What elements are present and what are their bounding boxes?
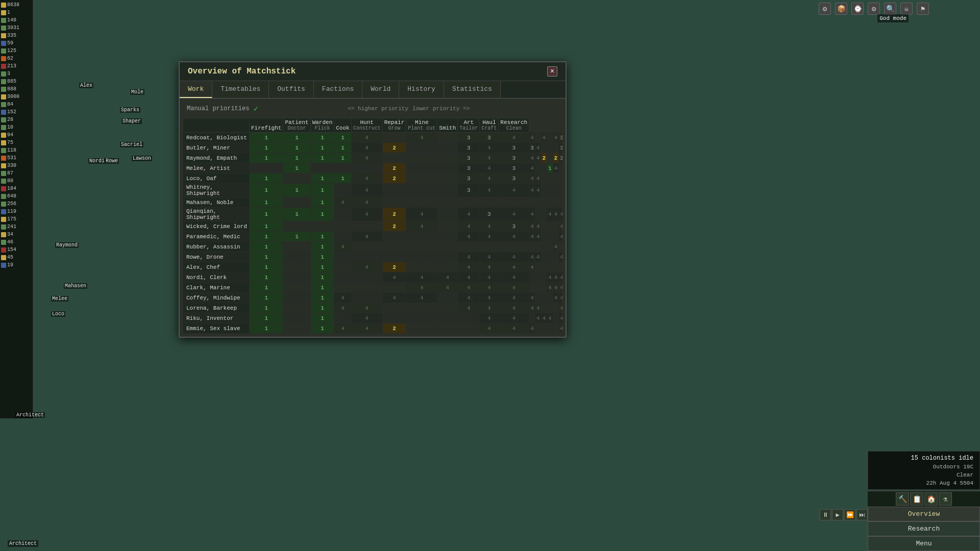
work-cell[interactable]: 4 xyxy=(499,208,529,221)
work-cell[interactable]: . xyxy=(334,252,351,262)
work-cell[interactable]: . xyxy=(547,252,553,262)
overview-button[interactable]: Overview xyxy=(868,507,980,521)
work-cell[interactable]: 4 xyxy=(547,313,553,323)
work-cell[interactable]: 4 xyxy=(535,143,541,153)
hud-icon-1[interactable]: ⚙ xyxy=(819,3,831,15)
work-cell[interactable]: 1 xyxy=(250,232,283,242)
work-cell[interactable]: 4 xyxy=(406,221,437,232)
work-cell[interactable]: . xyxy=(535,283,541,293)
work-cell[interactable]: 4 xyxy=(529,262,535,272)
work-cell[interactable]: . xyxy=(382,303,406,313)
work-cell[interactable]: . xyxy=(529,283,535,293)
colonist-name[interactable]: Wicked, Crime lord xyxy=(183,221,250,232)
research-button[interactable]: Research xyxy=(868,521,980,536)
work-cell[interactable]: 4 xyxy=(351,197,382,208)
work-cell[interactable]: 1 xyxy=(283,184,310,197)
work-cell[interactable]: . xyxy=(541,163,547,173)
tab-timetables[interactable]: Timetables xyxy=(212,81,269,98)
colonist-name[interactable]: Riku, Inventor xyxy=(183,313,250,323)
work-cell[interactable]: 4 xyxy=(499,184,529,197)
work-cell[interactable]: 3 xyxy=(458,133,480,143)
colonist-name[interactable]: Qianqian, Shipwright xyxy=(183,208,250,221)
tab-factions[interactable]: Factions xyxy=(314,81,362,98)
work-cell[interactable]: . xyxy=(535,262,541,272)
hud-bottom-4[interactable]: ⚗ xyxy=(939,492,952,506)
work-cell[interactable]: 4 xyxy=(529,221,535,232)
work-cell[interactable]: . xyxy=(553,184,559,197)
work-cell[interactable]: 4 xyxy=(458,208,480,221)
work-cell[interactable]: 4 xyxy=(529,163,535,173)
work-cell[interactable]: . xyxy=(547,184,553,197)
work-cell[interactable]: 3 xyxy=(559,143,562,153)
work-cell[interactable]: . xyxy=(480,197,499,208)
work-cell[interactable]: 1 xyxy=(310,242,334,252)
work-cell[interactable]: 4 xyxy=(458,293,480,303)
work-cell[interactable]: . xyxy=(382,153,406,163)
work-cell[interactable]: . xyxy=(529,313,535,323)
work-cell[interactable]: . xyxy=(499,197,529,208)
work-cell[interactable]: 4 xyxy=(480,252,499,262)
work-cell[interactable]: 2 xyxy=(382,143,406,153)
colonist-name[interactable]: Rowe, Drone xyxy=(183,252,250,262)
work-cell[interactable]: 4 xyxy=(458,221,480,232)
work-cell[interactable]: 4 xyxy=(406,293,437,303)
work-cell[interactable]: 1 xyxy=(250,221,283,232)
work-cell[interactable]: . xyxy=(283,197,310,208)
work-cell[interactable]: 4 xyxy=(535,221,541,232)
work-cell[interactable]: 1 xyxy=(250,303,283,313)
work-cell[interactable]: . xyxy=(406,197,437,208)
work-cell[interactable]: . xyxy=(541,143,547,153)
work-cell[interactable]: 1 xyxy=(250,252,283,262)
work-cell[interactable]: . xyxy=(480,242,499,252)
work-cell[interactable]: 1 xyxy=(310,323,334,334)
work-cell[interactable]: 1 xyxy=(283,133,310,143)
work-cell[interactable]: . xyxy=(283,262,310,272)
work-cell[interactable]: 1 xyxy=(310,313,334,323)
work-cell[interactable]: 4 xyxy=(535,173,541,184)
work-cell[interactable]: 1 xyxy=(334,143,351,153)
work-cell[interactable]: 4 xyxy=(559,252,562,262)
work-cell[interactable]: 4 xyxy=(480,303,499,313)
work-cell[interactable]: 1 xyxy=(310,143,334,153)
work-cell[interactable]: . xyxy=(406,163,437,173)
work-cell[interactable]: . xyxy=(541,232,547,242)
work-cell[interactable]: 4 xyxy=(351,232,382,242)
work-cell[interactable]: . xyxy=(559,163,562,173)
work-cell[interactable]: 4 xyxy=(458,283,480,293)
work-cell[interactable]: 2 xyxy=(553,153,559,163)
work-cell[interactable]: . xyxy=(541,221,547,232)
work-cell[interactable]: 4 xyxy=(529,252,535,262)
work-cell[interactable]: 4 xyxy=(499,303,529,313)
work-cell[interactable]: . xyxy=(529,242,535,252)
work-cell[interactable]: . xyxy=(541,272,547,283)
work-cell[interactable]: 1 xyxy=(250,184,283,197)
colonist-name[interactable]: Paramedic, Medic xyxy=(183,232,250,242)
work-cell[interactable]: . xyxy=(547,323,553,334)
work-cell[interactable]: 4 xyxy=(480,184,499,197)
work-cell[interactable]: . xyxy=(553,173,559,184)
tab-work[interactable]: Work xyxy=(180,81,212,98)
manual-priorities-check[interactable]: ✓ xyxy=(253,104,258,114)
hud-bottom-1[interactable]: 🔨 xyxy=(896,492,909,506)
work-cell[interactable]: 4 xyxy=(499,293,529,303)
work-cell[interactable]: 4 xyxy=(480,313,499,323)
work-cell[interactable]: 4 xyxy=(553,283,559,293)
work-cell[interactable]: . xyxy=(541,323,547,334)
work-cell[interactable]: 3 xyxy=(499,143,529,153)
hud-icon-4[interactable]: ⚙ xyxy=(868,3,880,15)
work-cell[interactable]: 4 xyxy=(553,133,559,143)
work-cell[interactable]: . xyxy=(334,208,351,221)
work-cell[interactable]: . xyxy=(535,293,541,303)
work-cell[interactable]: 1 xyxy=(250,143,283,153)
work-cell[interactable]: . xyxy=(458,323,480,334)
hud-icon-2[interactable]: 📦 xyxy=(835,3,847,15)
work-cell[interactable]: . xyxy=(351,163,382,173)
work-cell[interactable]: 4 xyxy=(458,272,480,283)
work-cell[interactable]: 4 xyxy=(382,293,406,303)
work-cell[interactable]: 4 xyxy=(334,323,351,334)
work-cell[interactable]: 4 xyxy=(351,173,382,184)
tab-history[interactable]: History xyxy=(399,81,444,98)
work-cell[interactable]: 2 xyxy=(382,323,406,334)
work-cell[interactable]: 1 xyxy=(310,232,334,242)
work-cell[interactable]: . xyxy=(406,303,437,313)
